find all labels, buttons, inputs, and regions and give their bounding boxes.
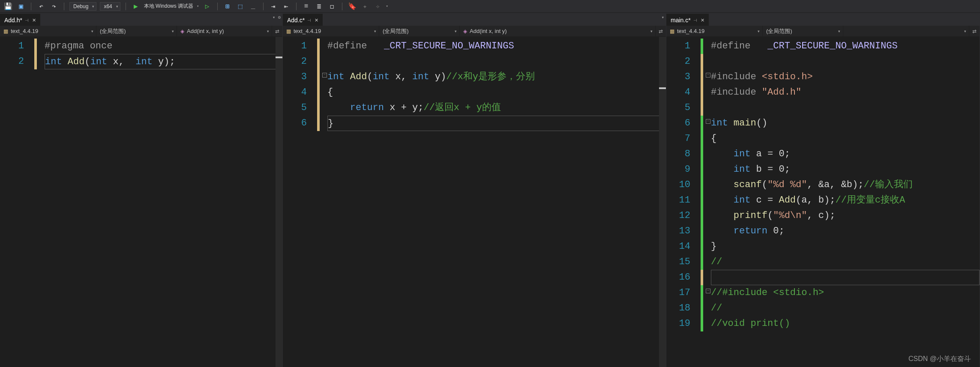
tab-label: Add.c* — [287, 17, 305, 24]
line-number: 18 — [666, 301, 698, 316]
code-line[interactable]: #include "Add.h" — [711, 85, 980, 100]
tool-icon-3[interactable]: _ — [249, 2, 258, 11]
nav-scope[interactable]: (全局范围) — [379, 26, 460, 36]
code-line[interactable]: #define _CRT_SECURE_NO_WARNINGS — [711, 39, 980, 54]
debug-target-label[interactable]: 本地 Windows 调试器 — [144, 3, 193, 10]
line-number: 1 — [283, 39, 315, 54]
outdent-icon[interactable]: ⇤ — [282, 2, 291, 11]
nav-func[interactable]: ◈Add(int x, int y) — [177, 26, 272, 36]
config-dropdown[interactable]: Debug — [69, 2, 96, 11]
editor-3[interactable]: 12345678910111213141516171819 − − − #def… — [666, 37, 980, 367]
bookmark-prev-icon[interactable]: ✦ — [360, 2, 370, 11]
fold-icon[interactable]: − — [706, 73, 710, 78]
code-line[interactable]: int main() — [711, 116, 980, 131]
undo-icon[interactable]: ↶ — [36, 2, 46, 11]
code-line[interactable] — [327, 54, 666, 69]
code-line[interactable]: int c = Add(a, b);//用变量c接收A — [711, 193, 980, 208]
editor-panes: Add.h* ⊣ ✕ ▾ ⚙ ▦text_4.4.19 (全局范围) ◈Add(… — [0, 13, 980, 367]
line-number: 19 — [666, 316, 698, 331]
code-line[interactable]: { — [711, 131, 980, 146]
margin-2: − — [315, 37, 327, 367]
close-icon[interactable]: ✕ — [700, 17, 705, 24]
line-number: 7 — [666, 131, 698, 146]
pane-add-c: Add.c* ⊣ ✕ ▾ ▦text_4.4.19 (全局范围) ◈Add(in… — [283, 13, 666, 367]
scrollbar-v[interactable] — [276, 37, 282, 367]
nav-func[interactable]: ◈Add(int x, int y) — [460, 26, 656, 36]
tab-dropdown-icon[interactable]: ▾ — [661, 15, 664, 20]
code-line[interactable]: } — [711, 239, 980, 254]
nav-project[interactable]: ▦text_4.4.19 — [283, 26, 379, 36]
nav-swap-icon[interactable]: ⇄ — [656, 26, 666, 36]
tabstrip-3: main.c* ⊣ ✕ — [666, 13, 980, 26]
code-line[interactable]: // — [711, 254, 980, 270]
code-line[interactable]: //#include <stdio.h> — [711, 285, 980, 301]
nav-swap-icon[interactable]: ⇄ — [969, 26, 980, 36]
code-line[interactable] — [711, 54, 980, 69]
tab-main-c[interactable]: main.c* ⊣ ✕ — [666, 14, 709, 26]
indent-icon[interactable]: ⇥ — [269, 2, 278, 11]
code-line[interactable] — [711, 270, 980, 285]
code-line[interactable]: { — [327, 85, 666, 100]
bookmark-toggle-icon[interactable]: 🔖 — [348, 2, 357, 11]
code-line[interactable]: int b = 0; — [711, 162, 980, 177]
code-line[interactable]: int Add(int x, int y); — [45, 54, 282, 69]
code-line[interactable]: //void print() — [711, 316, 980, 331]
code-line[interactable]: #include <stdio.h> — [711, 69, 980, 85]
nav-project[interactable]: ▦text_4.4.19 — [0, 26, 96, 36]
save-icon[interactable]: 💾 — [3, 2, 13, 11]
code-line[interactable]: } — [327, 116, 666, 131]
code-line[interactable] — [711, 100, 980, 116]
nav-swap-icon[interactable]: ⇄ — [272, 26, 282, 36]
fold-icon[interactable]: − — [706, 119, 710, 124]
play-icon[interactable]: ▶ — [131, 2, 141, 11]
comment-icon[interactable]: ≡ — [302, 2, 311, 11]
fold-icon[interactable]: − — [322, 73, 327, 78]
line-number: 3 — [283, 69, 315, 85]
fold-icon[interactable]: − — [706, 289, 710, 293]
tab-dropdown-icon[interactable]: ▾ — [273, 15, 276, 20]
tool-icon-1[interactable]: ⊞ — [223, 2, 232, 11]
line-number: 6 — [283, 116, 315, 131]
nav-func-label: Add(int x, int y) — [470, 28, 507, 34]
tab-add-h[interactable]: Add.h* ⊣ ✕ — [0, 14, 40, 26]
code-2[interactable]: #define _CRT_SECURE_NO_WARNINGSint Add(i… — [327, 37, 666, 367]
platform-dropdown[interactable]: x64 — [100, 2, 120, 11]
nav-project-label: text_4.4.19 — [294, 28, 321, 34]
nav-scope[interactable]: (全局范围) — [96, 26, 177, 36]
nav-scope[interactable]: (全局范围) — [763, 26, 843, 36]
editor-1[interactable]: 1 2 #pragma onceint Add(int x, int y); — [0, 37, 282, 367]
code-line[interactable]: int a = 0; — [711, 146, 980, 162]
bookmark-next-icon[interactable]: ✧ — [373, 2, 383, 11]
redo-icon[interactable]: ↷ — [49, 2, 59, 11]
nav-func[interactable] — [843, 26, 969, 36]
code-line[interactable]: #define _CRT_SECURE_NO_WARNINGS — [327, 39, 666, 54]
code-line[interactable]: return x + y;//返回x + y的值 — [327, 100, 666, 116]
code-line[interactable]: int Add(int x, int y)//x和y是形参，分别 — [327, 69, 666, 85]
pin-icon[interactable]: ⊣ — [307, 18, 311, 23]
code-line[interactable]: #pragma once — [45, 39, 282, 54]
tab-add-c[interactable]: Add.c* ⊣ ✕ — [283, 14, 323, 26]
editor-2[interactable]: 1 2 3 4 5 6 − #define _CRT_SECURE_NO_WAR… — [283, 37, 666, 367]
nav-project[interactable]: ▦text_4.4.19 — [666, 26, 763, 36]
code-line[interactable]: return 0; — [711, 224, 980, 239]
tab-label: Add.h* — [4, 17, 22, 24]
code-3[interactable]: #define _CRT_SECURE_NO_WARNINGS#include … — [711, 37, 980, 367]
gutter-3: 12345678910111213141516171819 — [666, 37, 698, 367]
line-number: 8 — [666, 146, 698, 162]
line-number: 4 — [283, 85, 315, 100]
pin-icon[interactable]: ⊣ — [693, 18, 697, 23]
bookmark-icon[interactable]: ◻ — [327, 2, 337, 11]
tool-icon-2[interactable]: ⬚ — [236, 2, 245, 11]
pin-icon[interactable]: ⊣ — [25, 18, 29, 23]
code-line[interactable]: printf("%d\n", c); — [711, 208, 980, 224]
code-line[interactable]: // — [711, 301, 980, 316]
uncomment-icon[interactable]: ≣ — [315, 2, 324, 11]
code-line[interactable]: scanf("%d %d", &a, &b);//输入我们 — [711, 177, 980, 193]
start-without-debug-icon[interactable]: ▷ — [203, 2, 212, 11]
scrollbar-v[interactable] — [659, 37, 666, 367]
close-icon[interactable]: ✕ — [314, 17, 319, 24]
tab-gear-icon[interactable]: ⚙ — [278, 15, 281, 20]
close-icon[interactable]: ✕ — [31, 17, 37, 24]
code-1[interactable]: #pragma onceint Add(int x, int y); — [45, 37, 282, 367]
save-all-icon[interactable]: ▣ — [16, 2, 26, 11]
